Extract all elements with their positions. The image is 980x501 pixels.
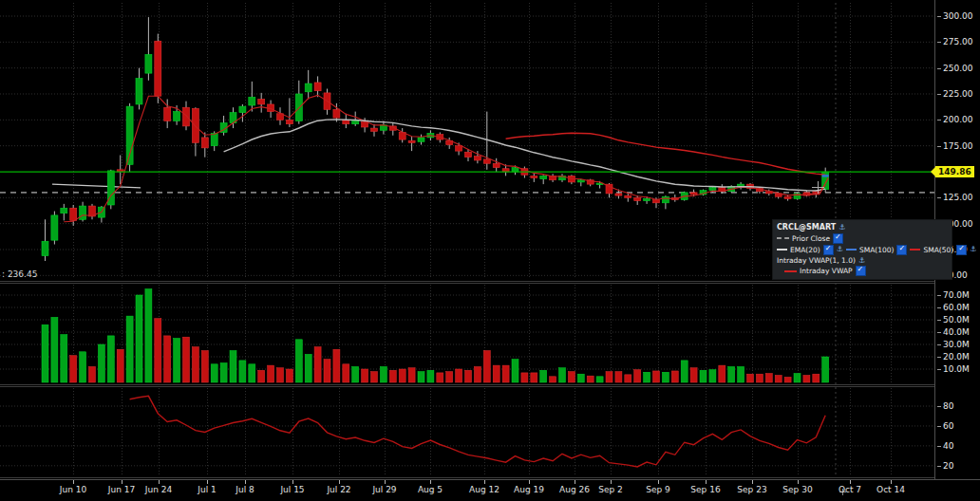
sma50-checkbox[interactable] xyxy=(956,245,967,255)
volume-bar xyxy=(295,340,302,382)
candle-body xyxy=(155,41,161,96)
volume-bar xyxy=(625,375,631,382)
candle-body xyxy=(408,140,415,142)
volume-bar xyxy=(249,364,255,382)
volume-bar xyxy=(277,368,284,382)
prior-close-label: Prior Close xyxy=(792,234,830,243)
volume-bar xyxy=(794,374,801,382)
candle-body xyxy=(531,176,537,177)
volume-bar xyxy=(446,372,453,382)
candle-body xyxy=(352,121,359,123)
candle-body xyxy=(483,159,490,163)
volume-bar xyxy=(80,352,86,382)
ema20-label: EMA(20) xyxy=(790,246,820,254)
candle-body xyxy=(512,168,518,172)
date-tick xyxy=(611,480,612,484)
volume-bar xyxy=(70,356,77,382)
volume-bar xyxy=(352,366,359,382)
study-value-readout: : 236.45 xyxy=(2,269,37,279)
candle-body xyxy=(690,193,697,195)
anchor-icon[interactable] xyxy=(837,245,843,254)
last-price-tag: 149.86 xyxy=(935,166,974,177)
date-tick xyxy=(207,480,208,484)
volume-bar xyxy=(268,365,274,382)
pane-separator[interactable] xyxy=(0,384,934,385)
date-tick xyxy=(658,480,659,484)
time-axis[interactable]: Jun 10Jun 17Jun 24Jul 1Jul 8Jul 15Jul 22… xyxy=(0,479,980,501)
candle-body xyxy=(286,120,292,123)
sma100-checkbox[interactable] xyxy=(896,245,907,255)
anchor-icon[interactable] xyxy=(858,256,865,266)
volume-bar xyxy=(126,316,133,382)
ema20-checkbox[interactable] xyxy=(823,245,834,255)
volume-bar xyxy=(775,376,782,383)
candle-body xyxy=(465,152,472,157)
volume-tick-label: 20.0M xyxy=(943,352,970,362)
date-label: Oct 7 xyxy=(839,485,861,494)
volume-bar xyxy=(155,319,161,382)
chart-legend: CRCL@SMART Prior Close EMA(20) SMA(100) … xyxy=(772,219,952,280)
price-tick-label: 200.00 xyxy=(943,115,973,124)
volume-tick-label: 30.0M xyxy=(943,340,970,349)
volume-bar xyxy=(493,365,499,382)
date-tick xyxy=(798,480,799,484)
anchor-icon[interactable] xyxy=(970,245,976,254)
pane-separator xyxy=(0,386,934,387)
price-tick-label: 250.00 xyxy=(943,64,973,73)
volume-bar xyxy=(502,365,509,382)
candle-body xyxy=(644,198,650,200)
date-tick xyxy=(706,480,707,484)
crosshair-marker-icon xyxy=(812,181,824,194)
sma100-label: SMA(100) xyxy=(859,246,895,254)
volume-bar xyxy=(634,370,641,382)
volume-bar xyxy=(615,372,622,382)
candle-body xyxy=(314,83,321,91)
volume-bar xyxy=(408,368,415,382)
volume-bar xyxy=(286,369,292,382)
volume-bar xyxy=(145,289,152,383)
volume-bar xyxy=(136,295,142,382)
volume-bar xyxy=(784,377,791,382)
rsi-tick-label: 80 xyxy=(943,401,953,411)
volume-bar xyxy=(107,336,114,382)
rsi-tick-label: 20 xyxy=(943,461,953,471)
volume-bar xyxy=(174,339,180,383)
volume-bar xyxy=(380,366,386,382)
volume-bar xyxy=(662,372,669,382)
volume-bar xyxy=(98,344,104,382)
vwap-checkbox[interactable] xyxy=(856,266,866,276)
volume-bar xyxy=(362,369,368,382)
anchor-icon[interactable] xyxy=(839,223,845,232)
date-tick xyxy=(891,480,892,484)
symbol-label: CRCL@SMART xyxy=(777,223,836,232)
vwap-title-label: Intraday VWAP(1, 1.0) xyxy=(777,256,856,265)
sma50-line-sample xyxy=(910,249,920,250)
volume-bar xyxy=(371,372,378,382)
date-label: Sep 2 xyxy=(598,485,623,494)
date-tick xyxy=(575,480,575,484)
volume-bar xyxy=(719,365,726,382)
volume-bar xyxy=(671,371,678,382)
sma50-label: SMA(50) xyxy=(923,246,953,254)
candle-body xyxy=(211,134,217,146)
candle-body xyxy=(418,138,424,141)
volume-bar xyxy=(343,364,349,382)
volume-bar xyxy=(230,351,236,383)
date-label: Jul 15 xyxy=(280,485,304,494)
price-tick-label: 175.00 xyxy=(943,141,973,151)
volume-bar xyxy=(813,374,820,382)
rsi-tick-label: 40 xyxy=(943,441,953,451)
date-label: Aug 19 xyxy=(514,485,544,494)
candle-body xyxy=(362,122,368,127)
candle-body xyxy=(174,112,180,121)
candle-body xyxy=(493,163,499,167)
pane-separator[interactable] xyxy=(0,281,934,282)
pane-separator xyxy=(0,283,934,284)
volume-bar xyxy=(681,361,688,382)
date-tick xyxy=(430,480,431,484)
candle-body xyxy=(371,128,378,131)
candle-body xyxy=(249,97,255,105)
date-tick xyxy=(159,480,160,484)
date-label: Jul 22 xyxy=(327,485,350,494)
prior-close-checkbox[interactable] xyxy=(833,233,843,244)
